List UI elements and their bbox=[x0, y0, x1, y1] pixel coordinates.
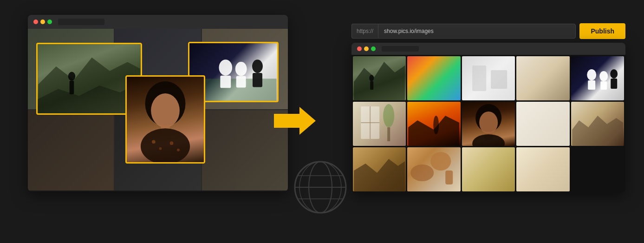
gallery-cell-1 bbox=[353, 56, 406, 100]
pub-dot-red bbox=[357, 46, 362, 51]
gallery-cell-6 bbox=[353, 102, 406, 146]
pub-dot-green bbox=[371, 46, 376, 51]
editor-titlebar bbox=[28, 15, 288, 29]
gallery-sunset-svg bbox=[407, 102, 460, 146]
pub-dot-yellow bbox=[364, 46, 369, 51]
svg-marker-19 bbox=[274, 107, 316, 135]
gallery-cell-13 bbox=[462, 147, 515, 191]
gallery-desert-svg bbox=[353, 147, 406, 191]
svg-rect-8 bbox=[236, 76, 246, 87]
svg-rect-28 bbox=[370, 81, 373, 90]
svg-point-52 bbox=[411, 164, 434, 181]
svg-rect-6 bbox=[220, 75, 231, 88]
gallery-mountain-svg bbox=[353, 56, 406, 100]
svg-marker-26 bbox=[354, 62, 405, 100]
svg-rect-29 bbox=[472, 66, 486, 91]
gallery-window-svg bbox=[353, 102, 406, 146]
svg-point-12 bbox=[151, 93, 180, 127]
svg-point-33 bbox=[599, 71, 608, 81]
svg-rect-32 bbox=[588, 80, 595, 90]
svg-point-15 bbox=[152, 140, 156, 144]
right-arrow-icon bbox=[274, 105, 316, 137]
svg-point-16 bbox=[159, 147, 162, 150]
gallery-cell-10 bbox=[571, 102, 624, 146]
svg-point-43 bbox=[434, 116, 439, 134]
dot-yellow bbox=[40, 20, 45, 24]
svg-rect-51 bbox=[446, 171, 453, 184]
gallery-cell-2 bbox=[407, 56, 460, 100]
svg-point-14 bbox=[141, 128, 190, 162]
pub-url-bar bbox=[382, 46, 419, 52]
gallery-cell-11 bbox=[353, 147, 406, 191]
gallery-grid bbox=[351, 55, 625, 193]
editor-window bbox=[28, 15, 288, 191]
svg-rect-3 bbox=[70, 80, 74, 94]
arrow-container bbox=[274, 105, 316, 139]
svg-marker-1 bbox=[38, 57, 140, 113]
svg-point-17 bbox=[170, 141, 174, 145]
gallery-cell-9 bbox=[516, 102, 569, 146]
svg-point-40 bbox=[383, 104, 394, 127]
gallery-rocks-svg bbox=[571, 102, 624, 146]
globe-icon bbox=[293, 159, 348, 215]
svg-rect-10 bbox=[253, 72, 262, 87]
gallery-minimal-svg bbox=[462, 56, 515, 100]
svg-point-35 bbox=[610, 69, 618, 79]
svg-rect-41 bbox=[387, 127, 390, 141]
svg-point-50 bbox=[431, 152, 451, 171]
svg-point-18 bbox=[177, 148, 180, 151]
svg-point-45 bbox=[479, 112, 498, 134]
gallery-cell-12 bbox=[407, 147, 460, 191]
published-side: https:// show.pics.io/images Publish bbox=[351, 23, 625, 193]
svg-point-7 bbox=[235, 62, 247, 76]
editor-url-bar bbox=[58, 19, 104, 25]
gallery-cell-7 bbox=[407, 102, 460, 146]
publish-button[interactable]: Publish bbox=[579, 23, 625, 39]
selected-portrait-img bbox=[125, 75, 205, 164]
svg-rect-30 bbox=[491, 70, 507, 89]
gallery-cell-8 bbox=[462, 102, 515, 146]
url-path: show.pics.io/images bbox=[378, 24, 576, 39]
bg-cell-4 bbox=[28, 110, 114, 190]
svg-point-9 bbox=[252, 59, 263, 73]
dot-green bbox=[47, 20, 52, 24]
url-bar: https:// show.pics.io/images Publish bbox=[351, 23, 625, 39]
svg-marker-49 bbox=[354, 159, 405, 191]
dot-red bbox=[33, 20, 38, 24]
gallery-cell-3 bbox=[462, 56, 515, 100]
portrait-svg bbox=[127, 77, 204, 162]
svg-point-2 bbox=[68, 72, 75, 80]
gallery-camel-svg bbox=[407, 147, 460, 191]
url-https: https:// bbox=[351, 24, 378, 39]
main-scene: https:// show.pics.io/images Publish bbox=[0, 0, 644, 243]
published-titlebar bbox=[351, 43, 625, 55]
gallery-cell-14 bbox=[516, 147, 569, 191]
gallery-cell-5 bbox=[571, 56, 624, 100]
svg-point-31 bbox=[587, 69, 596, 80]
svg-point-5 bbox=[219, 59, 233, 75]
gallery-portrait-svg bbox=[462, 102, 515, 146]
editor-mockup bbox=[28, 15, 306, 229]
published-window bbox=[351, 43, 625, 193]
svg-point-47 bbox=[472, 134, 505, 146]
svg-rect-34 bbox=[600, 81, 607, 90]
svg-point-27 bbox=[369, 75, 374, 81]
svg-marker-48 bbox=[572, 116, 623, 146]
editor-content bbox=[28, 29, 288, 190]
globe-watermark bbox=[293, 159, 348, 215]
gallery-cell-4 bbox=[516, 56, 569, 100]
gallery-storm-svg bbox=[571, 56, 624, 100]
svg-rect-36 bbox=[611, 79, 617, 89]
